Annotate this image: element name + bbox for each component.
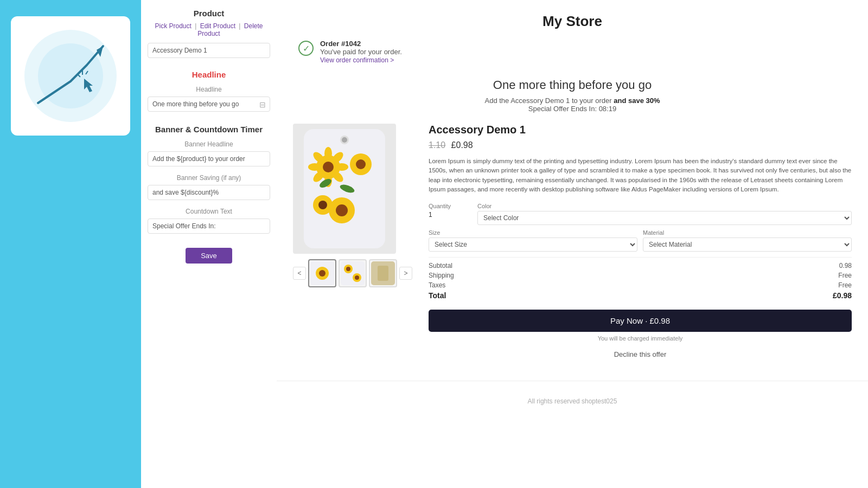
pricing-summary: Subtotal 0.98 Shipping Free Taxes Free T… — [429, 257, 852, 300]
store-name: My Store — [277, 0, 868, 35]
svg-rect-31 — [341, 261, 365, 285]
sep1: | — [195, 22, 196, 30]
svg-point-16 — [308, 163, 321, 171]
chart-box — [11, 16, 130, 136]
next-thumb-btn[interactable]: > — [399, 267, 412, 280]
pay-now-button[interactable]: Pay Now · £0.98 — [429, 310, 852, 332]
banner-saving-input[interactable] — [148, 185, 270, 200]
thumbnail-row: < — [293, 259, 412, 287]
headline-label: Headline — [148, 86, 270, 93]
taxes-label: Taxes — [429, 281, 445, 289]
size-label: Size — [429, 229, 637, 236]
color-group: Color Select Color — [477, 203, 852, 225]
offer-ends-text: Special Offer Ends In: 08:19 — [528, 105, 616, 113]
material-select[interactable]: Select Material — [643, 237, 852, 252]
total-row: Total £0.98 — [429, 291, 852, 300]
size-select[interactable]: Select Size — [429, 237, 637, 252]
size-group: Size Select Size — [429, 229, 637, 252]
svg-point-10 — [324, 147, 332, 160]
total-value: £0.98 — [833, 291, 852, 300]
order-info: Order #1042 You've paid for your order. … — [320, 40, 402, 64]
banner-headline-label: Banner Headline — [148, 140, 270, 148]
shipping-label: Shipping — [429, 272, 454, 279]
product-input[interactable] — [148, 43, 270, 58]
svg-point-19 — [356, 159, 366, 169]
view-order-link[interactable]: View order confirmation > — [320, 56, 394, 64]
product-details: Accessory Demo 1 1.10 £0.98 Lorem Ipsum … — [429, 124, 852, 359]
variant-row-1: Quantity 1 Color Select Color — [429, 203, 852, 225]
price-sale: £0.98 — [451, 140, 473, 150]
banner-saving-label: Banner Saving (if any) — [148, 174, 270, 182]
svg-point-21 — [336, 204, 348, 216]
save-button[interactable]: Save — [186, 248, 232, 264]
pick-product-link[interactable]: Pick Product — [155, 22, 191, 30]
svg-point-35 — [355, 275, 359, 280]
product-name: Accessory Demo 1 — [429, 124, 852, 136]
order-message: You've paid for your order. — [320, 48, 402, 56]
product-images: < — [293, 124, 412, 359]
countdown-label: Countdown Text — [148, 208, 270, 215]
banner-bold: and save 30% — [614, 97, 660, 105]
svg-point-30 — [319, 270, 326, 277]
subtotal-label: Subtotal — [429, 262, 452, 269]
headline-input-wrapper: ⊟ — [148, 97, 270, 117]
svg-rect-37 — [378, 266, 388, 281]
svg-point-9 — [323, 162, 334, 172]
shipping-value: Free — [838, 272, 852, 279]
color-label: Color — [477, 203, 852, 209]
svg-point-12 — [335, 163, 348, 171]
charged-text: You will be charged immediately — [429, 335, 852, 342]
thumbnail-1[interactable] — [308, 259, 336, 287]
countdown-input[interactable] — [148, 219, 270, 234]
upsell-headline: One more thing before you go — [277, 78, 868, 92]
quantity-group: Quantity 1 — [429, 203, 472, 225]
order-number: Order #1042 — [320, 40, 361, 48]
material-group: Material Select Material — [643, 229, 852, 252]
left-panel — [0, 0, 141, 488]
price-original: 1.10 — [429, 140, 445, 150]
quantity-label: Quantity — [429, 203, 472, 209]
editor-section-title: Product — [148, 9, 270, 18]
subtotal-value: 0.98 — [839, 262, 852, 269]
prev-thumb-btn[interactable]: < — [293, 267, 306, 280]
banner-text: Add the Accessory Demo 1 to your order — [484, 97, 611, 105]
quantity-value: 1 — [429, 211, 472, 219]
svg-point-23 — [318, 201, 327, 209]
edit-product-link[interactable]: Edit Product — [200, 22, 235, 30]
sep2: | — [239, 22, 240, 30]
product-section: < — [277, 124, 868, 370]
variant-row-2: Size Select Size Material Select Materia… — [429, 229, 852, 252]
material-label: Material — [643, 229, 852, 236]
svg-point-27 — [342, 137, 347, 143]
subtotal-row: Subtotal 0.98 — [429, 262, 852, 269]
chart-svg — [22, 27, 119, 125]
footer-text: All rights reserved shoptest025 — [277, 381, 868, 413]
svg-point-33 — [346, 267, 350, 271]
color-select[interactable]: Select Color — [477, 211, 852, 225]
headline-section-title: Headline — [148, 70, 270, 79]
product-description: Lorem Ipsum is simply dummy text of the … — [429, 157, 852, 194]
product-price: 1.10 £0.98 — [429, 140, 852, 150]
order-confirm-section: ✓ Order #1042 You've paid for your order… — [277, 35, 868, 73]
total-label: Total — [429, 291, 446, 300]
preview-panel: My Store ✓ Order #1042 You've paid for y… — [277, 0, 868, 488]
taxes-row: Taxes Free — [429, 281, 852, 289]
delete-icon[interactable]: ⊟ — [259, 100, 266, 109]
thumbnail-2[interactable] — [339, 259, 367, 287]
banner-input[interactable] — [148, 151, 270, 166]
main-product-image — [293, 124, 396, 254]
thumbnail-3[interactable] — [369, 259, 397, 287]
banner-section-title: Banner & Countdown Timer — [148, 125, 270, 134]
decline-offer-link[interactable]: Decline this offer — [614, 350, 667, 358]
order-check-icon: ✓ — [298, 41, 314, 56]
svg-point-1 — [38, 43, 103, 108]
upsell-banner: Add the Accessory Demo 1 to your order a… — [277, 97, 868, 113]
headline-input[interactable] — [148, 97, 270, 112]
taxes-value: Free — [838, 281, 852, 289]
editor-product-links: Pick Product | Edit Product | Delete Pro… — [148, 22, 270, 37]
shipping-row: Shipping Free — [429, 272, 852, 279]
editor-panel: Product Pick Product | Edit Product | De… — [141, 0, 277, 488]
